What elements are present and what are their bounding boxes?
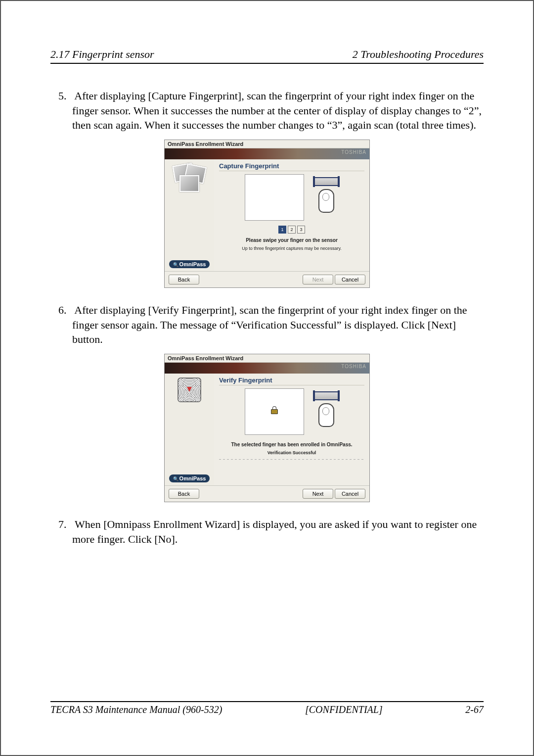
wizard-heading: Verify Fingerprint xyxy=(219,377,364,384)
omnipass-badge: OmniPass xyxy=(169,260,210,268)
wizard-body: OmniPass Capture Fingerprint 1 2 xyxy=(165,159,369,271)
wizard-window: OmniPass Enrollment Wizard TOSHIBA OmniP… xyxy=(164,354,370,502)
finger-icon xyxy=(318,189,334,213)
omnipass-badge: OmniPass xyxy=(169,474,210,482)
photos-icon xyxy=(173,163,206,191)
counter-2: 2 xyxy=(288,226,296,234)
wizard-subtext: Up to three fingerprint captures may be … xyxy=(219,246,364,251)
wizard-subtext: Verification Successful xyxy=(219,450,364,455)
back-button[interactable]: Back xyxy=(169,275,199,284)
wizard-window: OmniPass Enrollment Wizard TOSHIBA OmniP… xyxy=(164,140,370,288)
step-text: When [Omnipass Enrollment Wizard] is dis… xyxy=(72,518,477,545)
page-header: 2.17 Fingerprint sensor 2 Troubleshootin… xyxy=(50,48,484,64)
cancel-button[interactable]: Cancel xyxy=(335,489,365,499)
back-button[interactable]: Back xyxy=(169,489,199,499)
page-footer: TECRA S3 Maintenance Manual (960-532) [C… xyxy=(50,701,484,715)
wizard-message: Please swipe your finger on the sensor xyxy=(219,237,364,243)
wizard-sidebar: OmniPass xyxy=(165,159,214,271)
step-5: 5. After displaying [Capture Fingerprint… xyxy=(50,89,484,133)
next-button[interactable]: Next xyxy=(303,489,333,499)
header-chapter: 2 Troubleshooting Procedures xyxy=(353,48,484,61)
step-7: 7. When [Omnipass Enrollment Wizard] is … xyxy=(50,517,484,546)
step-text: After displaying [Capture Fingerprint], … xyxy=(72,90,482,131)
fingerprint-preview xyxy=(245,388,304,435)
wizard-footer: Back Next Cancel xyxy=(165,271,369,287)
wizard-sidebar: OmniPass xyxy=(165,374,214,485)
manual-page: 2.17 Fingerprint sensor 2 Troubleshootin… xyxy=(0,0,534,756)
wizard-body: OmniPass Verify Fingerprint The xyxy=(165,374,369,485)
step-number: 5. xyxy=(58,89,72,103)
footer-confidential: [CONFIDENTIAL] xyxy=(305,704,383,715)
sensor-icon xyxy=(314,391,339,400)
lock-icon xyxy=(271,409,278,414)
wizard-footer: Back Next Cancel xyxy=(165,485,369,502)
wizard-main: Capture Fingerprint 1 2 3 Plea xyxy=(214,159,369,271)
brand-banner: TOSHIBA xyxy=(165,148,369,159)
next-button[interactable]: Next xyxy=(303,275,333,284)
brand-banner: TOSHIBA xyxy=(165,363,369,374)
wizard-verify-screenshot: OmniPass Enrollment Wizard TOSHIBA OmniP… xyxy=(50,354,484,502)
finger-icon xyxy=(318,403,334,427)
wizard-capture-screenshot: OmniPass Enrollment Wizard TOSHIBA OmniP… xyxy=(50,140,484,288)
sensor-icon xyxy=(314,177,339,186)
wizard-message: The selected finger has been enrolled in… xyxy=(219,442,364,447)
window-title: OmniPass Enrollment Wizard xyxy=(165,354,369,363)
wizard-heading: Capture Fingerprint xyxy=(219,162,364,170)
step-number: 6. xyxy=(58,303,72,318)
step-number: 7. xyxy=(58,517,72,532)
window-title: OmniPass Enrollment Wizard xyxy=(165,140,369,148)
wizard-main: Verify Fingerprint The selected finger h… xyxy=(214,374,369,485)
footer-page-number: 2-67 xyxy=(465,704,484,715)
counter-1: 1 xyxy=(278,226,286,234)
fingerprint-preview xyxy=(245,174,304,221)
step-text: After displaying [Verify Fingerprint], s… xyxy=(72,304,467,345)
cancel-button[interactable]: Cancel xyxy=(335,275,365,284)
step-6: 6. After displaying [Verify Fingerprint]… xyxy=(50,303,484,347)
counter-3: 3 xyxy=(297,226,305,234)
header-section: 2.17 Fingerprint sensor xyxy=(50,48,154,61)
fingerprint-arrow-icon xyxy=(178,378,201,402)
capture-counter: 1 2 3 xyxy=(219,226,364,234)
footer-manual: TECRA S3 Maintenance Manual (960-532) xyxy=(50,704,222,715)
